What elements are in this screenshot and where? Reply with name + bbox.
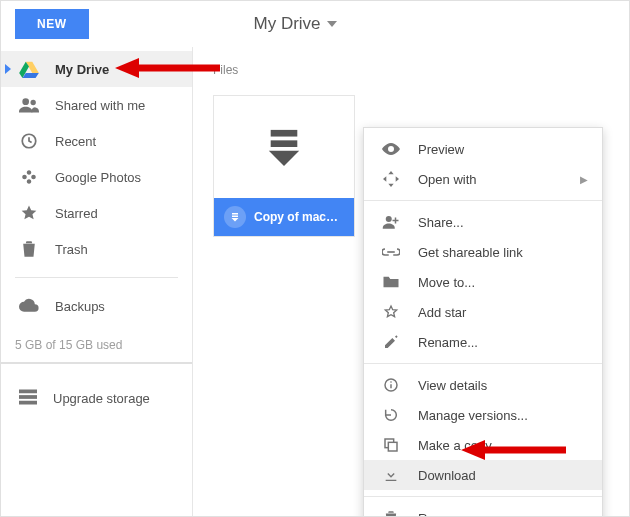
menu-item-view-details[interactable]: View details (364, 370, 602, 400)
menu-item-remove[interactable]: Remove (364, 503, 602, 517)
menu-item-label: Make a copy (418, 438, 492, 453)
svg-marker-18 (396, 176, 399, 181)
storage-icon (19, 389, 37, 408)
upgrade-storage[interactable]: Upgrade storage (1, 380, 192, 416)
svg-rect-9 (271, 130, 298, 137)
menu-item-make-copy[interactable]: Make a copy (364, 430, 602, 460)
menu-item-label: Download (418, 468, 476, 483)
svg-rect-10 (271, 140, 298, 147)
sidebar-item-label: Trash (55, 242, 88, 257)
sidebar-item-recent[interactable]: Recent (1, 123, 192, 159)
topbar: NEW My Drive (1, 1, 629, 47)
chevron-right-icon: ▶ (580, 174, 588, 185)
star-outline-icon (382, 304, 400, 320)
menu-item-label: Preview (418, 142, 464, 157)
menu-item-get-link[interactable]: Get shareable link (364, 237, 602, 267)
clock-icon (19, 132, 39, 150)
open-with-icon (382, 171, 400, 187)
person-add-icon (382, 215, 400, 229)
trash-icon (382, 510, 400, 517)
menu-separator (364, 200, 602, 201)
svg-rect-6 (19, 389, 37, 393)
sidebar-item-trash[interactable]: Trash (1, 231, 192, 267)
svg-rect-13 (232, 216, 238, 218)
history-icon (382, 407, 400, 423)
svg-marker-16 (388, 184, 393, 187)
sidebar-item-label: Upgrade storage (53, 391, 150, 406)
storage-text: 5 GB of 15 GB used (1, 324, 192, 352)
menu-item-open-with[interactable]: Open with ▶ (364, 164, 602, 194)
menu-item-manage-versions[interactable]: Manage versions... (364, 400, 602, 430)
menu-item-preview[interactable]: Preview (364, 134, 602, 164)
sidebar-item-label: Recent (55, 134, 96, 149)
svg-rect-12 (232, 213, 238, 215)
menu-item-label: View details (418, 378, 487, 393)
svg-rect-8 (19, 400, 37, 404)
menu-item-label: Share... (418, 215, 464, 230)
menu-item-label: Add star (418, 305, 466, 320)
sidebar-item-label: Shared with me (55, 98, 145, 113)
download-arrow-icon (265, 126, 303, 168)
menu-list: Preview Open with ▶ Share... Get shareab… (364, 128, 602, 517)
eye-icon (382, 143, 400, 155)
menu-item-rename[interactable]: Rename... (364, 327, 602, 357)
storage-bar (1, 362, 192, 364)
menu-item-move[interactable]: Move to... (364, 267, 602, 297)
menu-item-add-star[interactable]: Add star (364, 297, 602, 327)
sidebar-item-label: My Drive (55, 62, 109, 77)
star-icon (19, 204, 39, 222)
menu-item-label: Open with (418, 172, 477, 187)
link-icon (382, 247, 400, 257)
sidebar-item-backups[interactable]: Backups (1, 288, 192, 324)
chevron-down-icon (327, 21, 337, 27)
sidebar-item-label: Starred (55, 206, 98, 221)
sidebar-item-label: Backups (55, 299, 105, 314)
photos-icon (19, 168, 39, 186)
info-icon (382, 377, 400, 393)
menu-item-label: Manage versions... (418, 408, 528, 423)
menu-item-download[interactable]: Download (364, 460, 602, 490)
download-icon (382, 467, 400, 483)
menu-separator (364, 496, 602, 497)
sidebar-item-starred[interactable]: Starred (1, 195, 192, 231)
cloud-icon (19, 298, 39, 315)
pencil-icon (382, 334, 400, 350)
menu-item-label: Get shareable link (418, 245, 523, 260)
breadcrumb[interactable]: My Drive (254, 14, 337, 34)
file-name: Copy of macO… (254, 210, 344, 224)
section-label: Files (213, 63, 609, 77)
menu-item-label: Remove (418, 511, 466, 518)
svg-point-3 (22, 98, 29, 105)
file-caption: Copy of macO… (214, 198, 354, 236)
context-menu: Preview Open with ▶ Share... Get shareab… (363, 127, 603, 517)
copy-icon (382, 437, 400, 453)
svg-point-4 (31, 100, 36, 105)
nav-list: My Drive Shared with me Recent Google Ph… (1, 51, 192, 267)
menu-item-label: Move to... (418, 275, 475, 290)
sidebar-item-photos[interactable]: Google Photos (1, 159, 192, 195)
svg-marker-2 (22, 73, 38, 78)
folder-icon (382, 275, 400, 289)
svg-point-23 (390, 381, 392, 383)
svg-point-19 (386, 216, 392, 222)
breadcrumb-label: My Drive (254, 14, 321, 34)
menu-item-share[interactable]: Share... (364, 207, 602, 237)
menu-item-label: Rename... (418, 335, 478, 350)
sidebar-item-my-drive[interactable]: My Drive (1, 51, 192, 87)
svg-marker-17 (383, 176, 386, 181)
svg-rect-7 (19, 395, 37, 399)
svg-marker-15 (388, 171, 393, 174)
file-card[interactable]: Copy of macO… (213, 95, 355, 237)
svg-rect-25 (388, 442, 397, 451)
sidebar-item-shared[interactable]: Shared with me (1, 87, 192, 123)
drive-icon (19, 60, 39, 78)
people-icon (19, 97, 39, 113)
sidebar: My Drive Shared with me Recent Google Ph… (1, 47, 193, 516)
svg-marker-14 (232, 218, 239, 222)
file-type-icon (224, 206, 246, 228)
trash-icon (19, 240, 39, 258)
file-thumb (214, 96, 354, 198)
new-button[interactable]: NEW (15, 9, 89, 39)
svg-marker-11 (269, 151, 299, 166)
sidebar-item-label: Google Photos (55, 170, 141, 185)
